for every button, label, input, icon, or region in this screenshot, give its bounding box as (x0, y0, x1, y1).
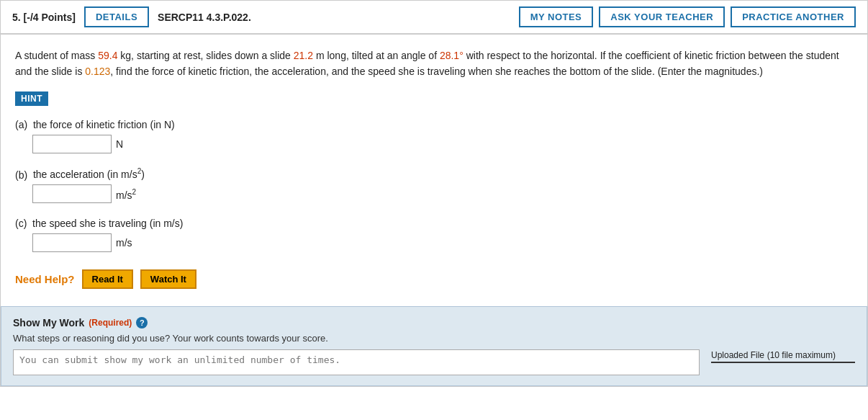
header-bar: 5. [-/4 Points] DETAILS SERCP11 4.3.P.02… (1, 1, 867, 35)
show-work-body: Uploaded File (10 file maximum) (13, 349, 855, 375)
header-actions: MY NOTES ASK YOUR TEACHER PRACTICE ANOTH… (519, 6, 856, 27)
my-notes-button[interactable]: MY NOTES (519, 6, 594, 27)
problem-text: A student of mass 59.4 kg, starting at r… (15, 48, 853, 80)
read-it-button[interactable]: Read It (82, 269, 133, 289)
part-c: (c) the speed she is traveling (in m/s) … (15, 218, 853, 252)
part-b-label: (b) the acceleration (in m/s2) (15, 168, 853, 181)
uploaded-file-title: Uploaded File (711, 350, 764, 360)
required-label: (Required) (89, 318, 132, 328)
details-button[interactable]: DETAILS (84, 6, 149, 27)
watch-it-button[interactable]: Watch It (140, 269, 196, 289)
need-help-text: Need Help? (15, 273, 75, 285)
uploaded-file-note: (10 file maximum) (767, 350, 836, 360)
part-c-unit: m/s (116, 237, 132, 249)
practice-another-button[interactable]: PRACTICE ANOTHER (731, 6, 856, 27)
show-work-textarea[interactable] (13, 349, 700, 375)
part-b-input-row: m/s2 (32, 184, 853, 203)
part-b-description: the acceleration (in m/s2) (33, 169, 145, 180)
show-work-section: Show My Work (Required) ? What steps or … (1, 306, 867, 386)
part-a-label: (a) the force of kinetic friction (in N) (15, 119, 853, 130)
part-b-input[interactable] (32, 184, 112, 203)
hint-badge[interactable]: HINT (15, 91, 48, 106)
points-label: 5. [-/4 Points] (12, 12, 76, 23)
friction-coeff-value: 0.123 (85, 66, 110, 77)
part-a-input-row: N (32, 135, 853, 153)
part-a-input[interactable] (32, 135, 112, 153)
show-work-description: What steps or reasoning did you use? You… (13, 333, 855, 344)
part-c-description: the speed she is traveling (in m/s) (32, 218, 183, 229)
need-help-row: Need Help? Read It Watch It (15, 269, 853, 289)
part-a-letter: (a) (15, 119, 27, 130)
part-c-input[interactable] (32, 233, 112, 252)
info-icon[interactable]: ? (136, 317, 148, 329)
part-c-input-row: m/s (32, 233, 853, 252)
part-c-label: (c) the speed she is traveling (in m/s) (15, 218, 853, 229)
angle-value: 28.1° (440, 50, 464, 61)
part-a-unit: N (116, 138, 123, 150)
part-b-letter: (b) (15, 169, 27, 180)
show-work-title: Show My Work (13, 317, 84, 329)
main-content: A student of mass 59.4 kg, starting at r… (1, 35, 867, 289)
part-a-description: the force of kinetic friction (in N) (33, 119, 175, 130)
part-b-unit: m/s2 (116, 188, 136, 201)
mass-value: 59.4 (98, 50, 117, 61)
show-work-header: Show My Work (Required) ? (13, 317, 855, 329)
part-c-letter: (c) (15, 218, 27, 229)
part-a: (a) the force of kinetic friction (in N)… (15, 119, 853, 153)
ask-teacher-button[interactable]: ASK YOUR TEACHER (599, 6, 725, 27)
problem-code: SERCP11 4.3.P.022. (158, 12, 510, 23)
length-value: 21.2 (294, 50, 313, 61)
uploaded-file-section: Uploaded File (10 file maximum) (711, 349, 855, 375)
uploaded-file-label: Uploaded File (10 file maximum) (711, 349, 855, 363)
part-b: (b) the acceleration (in m/s2) m/s2 (15, 168, 853, 204)
